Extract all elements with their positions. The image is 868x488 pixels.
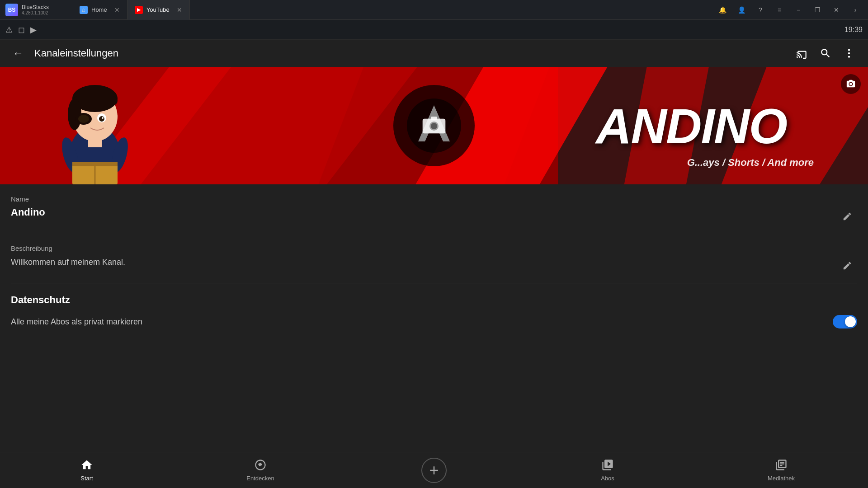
- menu-icon[interactable]: ≡: [770, 3, 788, 17]
- channel-tagline: G...ays / Shorts / And more: [687, 157, 814, 169]
- notification-bell-icon[interactable]: 🔔: [713, 3, 731, 17]
- home-tab-icon: ⌂: [80, 6, 88, 14]
- system-time: 19:39: [844, 26, 863, 34]
- entdecken-nav-label: Entdecken: [246, 475, 274, 482]
- yt-navbar: ← Kanaleinstellungen: [0, 40, 868, 67]
- name-edit-button[interactable]: [837, 206, 857, 226]
- toggle-knob: [845, 316, 856, 327]
- channel-banner: ANDINO G...ays / Shorts / And more: [0, 67, 868, 184]
- bluestacks-name: BlueStacks: [22, 4, 49, 10]
- content-area: Name Andino Beschreibung Willkommen auf …: [0, 184, 868, 452]
- privacy-toggle[interactable]: [833, 315, 857, 328]
- privacy-label: Alle meine Abos als privat markieren: [11, 317, 142, 327]
- description-row: Willkommen auf meinem Kanal.: [11, 256, 857, 279]
- bluestacks-logo: BS BlueStacks 4.280.1.1002: [0, 4, 72, 16]
- abos-nav-label: Abos: [601, 475, 614, 482]
- play-icon[interactable]: ▶: [30, 25, 37, 35]
- youtube-tab-icon: ▶: [135, 6, 143, 14]
- nav-entdecken[interactable]: Entdecken: [174, 459, 347, 482]
- nav-mediathek[interactable]: Mediathek: [694, 459, 868, 482]
- description-section: Beschreibung Willkommen auf meinem Kanal…: [0, 234, 868, 283]
- more-options-icon[interactable]: [839, 43, 859, 63]
- nav-start[interactable]: Start: [0, 459, 174, 482]
- channel-logo: [407, 99, 461, 153]
- expand-button[interactable]: ›: [846, 3, 864, 17]
- bluestacks-icon: BS: [5, 4, 18, 16]
- screenshot-icon[interactable]: ◻: [18, 25, 25, 35]
- bottom-nav: Start Entdecken Abos: [0, 452, 868, 488]
- cast-icon[interactable]: [792, 43, 812, 63]
- youtube-content: ← Kanaleinstellungen: [0, 40, 868, 488]
- titlebar: BS BlueStacks 4.280.1.1002 ⌂ Home ✕ ▶ Yo…: [0, 0, 868, 20]
- youtube-tab-close[interactable]: ✕: [177, 6, 182, 14]
- bluestacks-version: 4.280.1.1002: [22, 10, 49, 15]
- nav-add[interactable]: [347, 458, 521, 483]
- start-nav-icon: [80, 459, 93, 473]
- navbar-icons: [792, 43, 859, 63]
- nav-abos[interactable]: Abos: [521, 459, 694, 482]
- privacy-section: Datenschutz Alle meine Abos als privat m…: [0, 283, 868, 339]
- mediathek-nav-label: Mediathek: [768, 475, 795, 482]
- name-section: Name Andino: [0, 184, 868, 234]
- tab-youtube[interactable]: ▶ YouTube ✕: [127, 0, 190, 20]
- back-button[interactable]: ←: [9, 44, 27, 62]
- privacy-title: Datenschutz: [11, 294, 857, 306]
- channel-name-banner: ANDINO: [596, 97, 787, 155]
- svg-point-17: [431, 123, 437, 129]
- account-icon[interactable]: 👤: [732, 3, 750, 17]
- page-title: Kanaleinstellungen: [34, 47, 785, 59]
- description-label: Beschreibung: [11, 244, 857, 252]
- warning-icon[interactable]: ⚠: [5, 25, 13, 35]
- svg-rect-18: [431, 117, 437, 120]
- close-button[interactable]: ✕: [827, 3, 845, 17]
- add-button[interactable]: [421, 458, 447, 483]
- restore-button[interactable]: ❐: [808, 3, 826, 17]
- home-tab-label: Home: [91, 6, 107, 13]
- avatar-overlay[interactable]: [393, 85, 475, 166]
- svg-point-1: [848, 52, 850, 54]
- start-nav-label: Start: [80, 475, 93, 482]
- name-label: Name: [11, 195, 857, 203]
- svg-point-27: [99, 116, 104, 122]
- search-icon[interactable]: [816, 43, 835, 63]
- svg-point-0: [848, 49, 850, 51]
- mediathek-nav-icon: [775, 459, 788, 473]
- description-edit-button[interactable]: [837, 256, 857, 276]
- abos-nav-icon: [601, 459, 614, 473]
- name-value: Andino: [11, 206, 45, 218]
- minimize-button[interactable]: −: [789, 3, 807, 17]
- description-value: Willkommen auf meinem Kanal.: [11, 256, 125, 274]
- svg-point-25: [78, 115, 89, 123]
- channel-character: [27, 71, 163, 184]
- svg-point-2: [848, 56, 850, 57]
- entdecken-nav-icon: [254, 459, 267, 473]
- bluestacks-toolbar: ⚠ ◻ ▶ 19:39: [0, 20, 868, 40]
- home-tab-close[interactable]: ✕: [114, 6, 120, 14]
- name-row: Andino: [11, 206, 857, 230]
- help-icon[interactable]: ?: [751, 3, 769, 17]
- tab-home[interactable]: ⌂ Home ✕: [72, 0, 127, 20]
- privacy-toggle-row: Alle meine Abos als privat markieren: [11, 315, 857, 328]
- svg-point-28: [102, 117, 104, 119]
- window-controls: 🔔 👤 ? ≡ − ❐ ✕ ›: [713, 3, 868, 17]
- banner-photo-button[interactable]: [841, 74, 861, 94]
- svg-rect-29: [88, 138, 102, 147]
- youtube-tab-label: YouTube: [146, 6, 170, 13]
